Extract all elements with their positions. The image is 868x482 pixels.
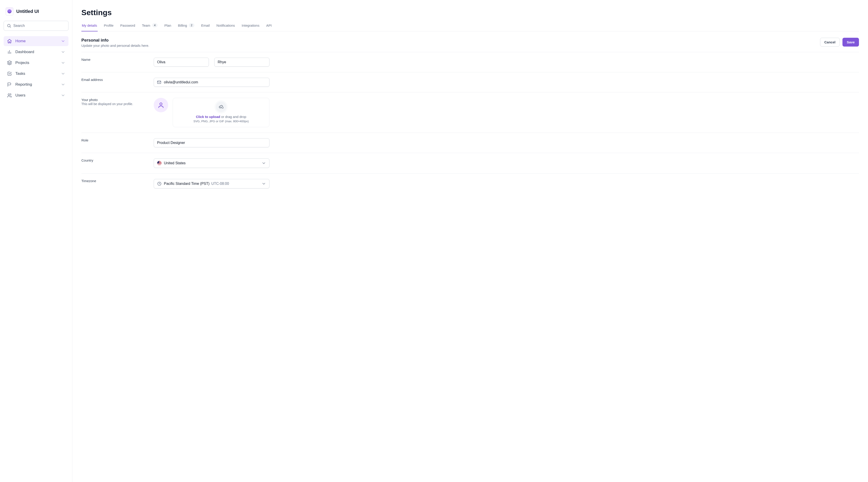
search-field[interactable] — [4, 21, 68, 31]
last-name-input[interactable] — [214, 58, 270, 67]
sidebar-item-reporting[interactable]: Reporting — [4, 79, 68, 90]
sidebar: Untitled UI Home Dashboard — [0, 0, 72, 482]
avatar-placeholder — [154, 98, 168, 112]
flag-icon — [7, 82, 12, 87]
chevron-down-icon — [61, 61, 65, 65]
sidebar-item-label: Dashboard — [16, 50, 61, 54]
row-photo: Your photo This will be displayed on you… — [81, 92, 859, 133]
tab-label: Email — [201, 24, 210, 27]
chevron-down-icon — [61, 50, 65, 54]
tab-notifications[interactable]: Notifications — [216, 24, 236, 31]
svg-point-3 — [160, 103, 162, 105]
tab-password[interactable]: Password — [120, 24, 135, 31]
sidebar-item-dashboard[interactable]: Dashboard — [4, 47, 68, 57]
brand-name: Untitled UI — [16, 9, 39, 14]
chevron-down-icon — [61, 82, 65, 87]
country-select[interactable]: United States — [154, 158, 270, 168]
tab-label: Team — [142, 24, 150, 27]
timezone-value: Pacific Standard Time (PST)UTC-08:00 — [164, 182, 259, 186]
sidebar-item-label: Reporting — [16, 82, 61, 87]
label-timezone: Timezone — [81, 179, 154, 183]
role-input[interactable] — [154, 138, 270, 147]
svg-point-1 — [8, 94, 10, 95]
brand-logo-mark — [7, 9, 11, 13]
flag-us-icon — [157, 161, 162, 165]
chevron-down-icon — [261, 161, 266, 165]
sidebar-item-label: Tasks — [16, 71, 61, 76]
label-photo-sub: This will be displayed on your profile. — [81, 102, 154, 106]
brand: Untitled UI — [4, 7, 68, 21]
row-name: Name — [81, 52, 859, 72]
layers-icon — [7, 60, 12, 66]
timezone-select[interactable]: Pacific Standard Time (PST)UTC-08:00 — [154, 179, 270, 189]
bar-chart-icon — [7, 49, 12, 55]
label-name: Name — [81, 58, 154, 61]
row-timezone: Timezone Pacific Standard Time (PST)UTC-… — [81, 173, 859, 194]
search-icon — [7, 24, 11, 28]
first-name-input[interactable] — [154, 58, 209, 67]
timezone-offset: UTC-08:00 — [211, 182, 229, 186]
tab-label: Notifications — [217, 24, 235, 27]
cancel-button[interactable]: Cancel — [820, 38, 840, 46]
sidebar-item-users[interactable]: Users — [4, 90, 68, 100]
settings-tabs: My details Profile Password Team4 Plan B… — [81, 23, 859, 31]
email-input[interactable] — [154, 78, 270, 87]
tab-label: API — [266, 24, 272, 27]
tab-label: Password — [120, 24, 135, 27]
tab-label: Profile — [104, 24, 114, 27]
label-photo: Your photo — [81, 98, 154, 102]
tab-profile[interactable]: Profile — [103, 24, 114, 31]
tab-api[interactable]: API — [266, 24, 272, 31]
sidebar-item-tasks[interactable]: Tasks — [4, 69, 68, 78]
chevron-down-icon — [261, 182, 266, 186]
tab-badge: 2 — [189, 23, 194, 27]
tab-team[interactable]: Team4 — [142, 23, 158, 31]
row-email: Email address — [81, 72, 859, 92]
tab-plan[interactable]: Plan — [164, 24, 172, 31]
upload-cloud-icon — [216, 102, 226, 112]
chevron-down-icon — [61, 93, 65, 98]
upload-dropzone[interactable]: Click to upload or drag and drop SVG, PN… — [173, 98, 270, 127]
tab-label: Integrations — [242, 24, 259, 27]
tab-badge: 4 — [152, 23, 158, 27]
users-icon — [7, 93, 12, 98]
tab-email[interactable]: Email — [201, 24, 210, 31]
label-role: Role — [81, 138, 154, 142]
sidebar-item-label: Projects — [16, 61, 61, 65]
label-email: Email address — [81, 78, 154, 82]
section-actions: Cancel Save — [820, 38, 859, 46]
sidebar-item-home[interactable]: Home — [4, 36, 68, 46]
tab-billing[interactable]: Billing2 — [178, 23, 195, 31]
tab-label: Billing — [178, 24, 187, 27]
tab-label: Plan — [164, 24, 171, 27]
clock-icon — [157, 182, 162, 186]
row-country: Country United States — [81, 153, 859, 173]
country-value: United States — [164, 161, 259, 165]
row-role: Role — [81, 133, 859, 153]
brand-logo — [5, 7, 13, 15]
svg-point-0 — [7, 24, 10, 27]
chevron-down-icon — [61, 39, 65, 43]
chevron-down-icon — [61, 71, 65, 76]
page-title: Settings — [81, 8, 859, 17]
upload-hint: SVG, PNG, JPG or GIF (max. 800×400px) — [178, 120, 264, 123]
tab-integrations[interactable]: Integrations — [241, 24, 260, 31]
main-content: Settings My details Profile Password Tea… — [72, 0, 868, 482]
section-header: Personal info Update your photo and pers… — [81, 38, 859, 52]
sidebar-item-label: Users — [16, 93, 61, 98]
tab-my-details[interactable]: My details — [81, 24, 98, 31]
label-country: Country — [81, 158, 154, 162]
save-button[interactable]: Save — [842, 38, 859, 46]
sidebar-item-projects[interactable]: Projects — [4, 58, 68, 68]
sidebar-item-label: Home — [16, 39, 61, 43]
home-icon — [7, 38, 12, 44]
check-square-icon — [7, 71, 12, 76]
mail-icon — [157, 80, 161, 85]
section-subtitle: Update your photo and personal details h… — [81, 43, 149, 47]
tab-label: My details — [82, 24, 97, 27]
upload-click-text: Click to upload — [196, 115, 220, 119]
search-input[interactable] — [4, 21, 68, 31]
upload-text-line1: Click to upload or drag and drop — [178, 115, 264, 119]
sidebar-nav: Home Dashboard Projects — [4, 36, 68, 100]
section-title: Personal info — [81, 38, 149, 43]
